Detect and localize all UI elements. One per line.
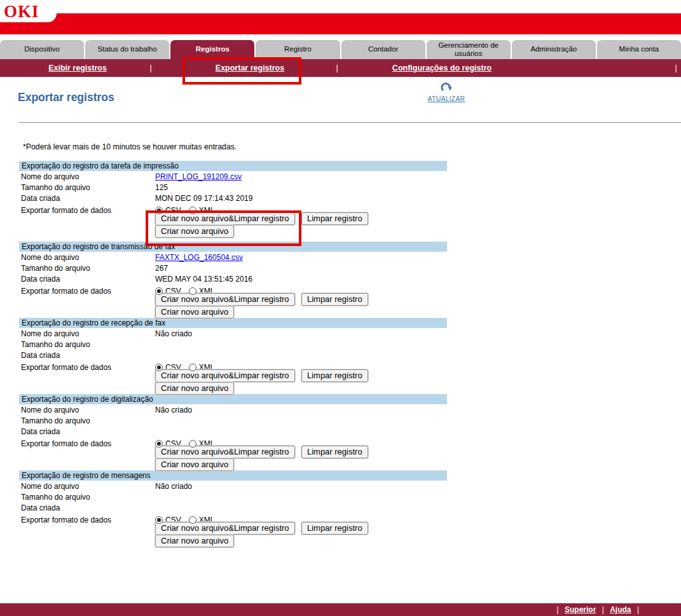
section-title: Exportação do registro de transmissão de… [19, 242, 447, 252]
create-file-button[interactable]: Criar novo arquivo [155, 382, 234, 395]
create-and-clear-button[interactable]: Criar novo arquivo&Limpar registro [155, 212, 295, 225]
main-tab-bar: Dispositivo Status do trabalho Registros… [0, 40, 681, 59]
file-size-value: 267 [153, 264, 168, 273]
create-and-clear-button[interactable]: Criar novo arquivo&Limpar registro [155, 522, 295, 535]
tab-registro[interactable]: Registro [256, 40, 340, 59]
section-message-log: Exportação de registro de mensagens Nome… [19, 470, 447, 542]
create-file-button[interactable]: Criar novo arquivo [155, 225, 234, 238]
date-created-label: Data criada [19, 194, 153, 203]
divider-rule [19, 122, 681, 123]
footer-link-ajuda[interactable]: Ajuda [610, 605, 631, 614]
section-title: Exportação do registro da tarefa de impr… [19, 161, 447, 171]
file-name-link[interactable]: PRINT_LOG_191209.csv [155, 172, 242, 181]
create-and-clear-button[interactable]: Criar novo arquivo&Limpar registro [155, 293, 295, 306]
section-fax-tx-log: Exportação do registro de transmissão de… [19, 242, 447, 313]
file-name-label: Nome do arquivo [19, 172, 153, 181]
file-name-value: Não criado [153, 482, 192, 491]
export-format-label: Exportar formato de dados [19, 439, 153, 448]
section-fax-rx-log: Exportação do registro de recepção de fa… [19, 318, 447, 390]
tab-status-do-trabalho[interactable]: Status do trabalho [85, 40, 169, 59]
tab-contador[interactable]: Contador [341, 40, 425, 59]
footer-separator: | [602, 605, 604, 614]
tab-gerenciamento-de-usuarios[interactable]: Gerenciamento de usuários [427, 40, 511, 59]
xml-radio[interactable] [189, 516, 196, 524]
csv-radio[interactable] [155, 440, 163, 448]
tab-dispositivo[interactable]: Dispositivo [0, 40, 84, 59]
file-name-label: Nome do arquivo [19, 329, 153, 338]
clear-log-button[interactable]: Limpar registro [301, 369, 368, 382]
export-format-label: Exportar formato de dados [19, 516, 153, 524]
file-name-label: Nome do arquivo [19, 253, 153, 262]
section-scan-log: Exportação do registro de digitalização … [19, 394, 447, 466]
csv-radio[interactable] [155, 364, 163, 371]
oki-logo: OKI [4, 2, 39, 22]
csv-radio[interactable] [155, 287, 163, 295]
create-file-button[interactable]: Criar novo arquivo [155, 535, 234, 547]
file-name-value: Não criado [153, 329, 192, 338]
csv-radio[interactable] [155, 516, 163, 524]
clear-log-button[interactable]: Limpar registro [301, 522, 368, 535]
date-created-label: Data criada [19, 351, 153, 360]
file-size-label: Tamanho do arquivo [19, 416, 153, 425]
subnav-item-exibir-registros[interactable]: Exibir registros [48, 59, 107, 77]
section-print-job-log: Exportação do registro da tarefa de impr… [19, 161, 447, 233]
subnav-item-exportar-registros[interactable]: Exportar registros [216, 59, 284, 77]
footer-bar: | Superior | Ajuda | [0, 603, 681, 616]
subnav-separator: | [675, 59, 677, 77]
note-text: *Poderá levar mais de 10 minutos se houv… [23, 142, 237, 151]
csv-radio[interactable] [155, 207, 163, 214]
xml-radio[interactable] [189, 440, 196, 448]
footer-separator: | [637, 605, 639, 614]
file-size-label: Tamanho do arquivo [19, 183, 153, 192]
refresh-control[interactable]: ATUALIZAR [427, 82, 466, 102]
file-name-label: Nome do arquivo [19, 482, 153, 491]
tab-minha-conta[interactable]: Minha conta [597, 40, 681, 59]
clear-log-button[interactable]: Limpar registro [301, 212, 368, 225]
date-created-label: Data criada [19, 275, 153, 284]
file-name-link[interactable]: FAXTX_LOG_160504.csv [155, 253, 243, 262]
file-size-value: 125 [153, 183, 168, 192]
refresh-icon [440, 82, 453, 95]
file-size-label: Tamanho do arquivo [19, 340, 153, 349]
xml-radio[interactable] [189, 287, 196, 295]
date-created-label: Data criada [19, 503, 153, 512]
create-file-button[interactable]: Criar novo arquivo [155, 306, 234, 318]
subnav-separator: | [336, 59, 338, 77]
subnav-bar: Exibir registros | Exportar registros | … [0, 59, 681, 77]
file-name-label: Nome do arquivo [19, 406, 153, 414]
page-title: Exportar registros [18, 91, 114, 104]
oki-printer-web-page: OKI Dispositivo Status do trabalho Regis… [0, 0, 681, 616]
date-created-label: Data criada [19, 427, 153, 436]
tab-administracao[interactable]: Administração [512, 40, 596, 59]
tab-registros[interactable]: Registros [170, 40, 254, 59]
section-title: Exportação do registro de recepção de fa… [19, 318, 447, 328]
create-and-clear-button[interactable]: Criar novo arquivo&Limpar registro [155, 446, 295, 458]
xml-radio[interactable] [189, 364, 196, 371]
clear-log-button[interactable]: Limpar registro [301, 446, 368, 458]
footer-separator: | [557, 605, 559, 614]
subnav-item-configuracoes-do-registro[interactable]: Configurações do registro [392, 59, 492, 77]
section-title: Exportação de registro de mensagens [19, 470, 447, 481]
create-file-button[interactable]: Criar novo arquivo [155, 458, 234, 471]
subnav-separator: | [149, 59, 151, 77]
date-created-value: MON DEC 09 17:14:43 2019 [153, 194, 252, 203]
export-format-label: Exportar formato de dados [19, 287, 153, 296]
brand-red-band [0, 13, 681, 34]
section-title: Exportação do registro de digitalização [19, 394, 447, 404]
xml-radio[interactable] [189, 207, 196, 214]
file-size-label: Tamanho do arquivo [19, 264, 153, 273]
export-format-label: Exportar formato de dados [19, 363, 153, 372]
file-size-label: Tamanho do arquivo [19, 493, 153, 502]
export-format-label: Exportar formato de dados [19, 206, 153, 215]
file-name-value: Não criado [153, 406, 192, 414]
footer-link-superior[interactable]: Superior [565, 605, 596, 614]
export-sections: Exportação do registro da tarefa de impr… [19, 161, 447, 547]
refresh-label[interactable]: ATUALIZAR [427, 95, 466, 102]
clear-log-button[interactable]: Limpar registro [301, 293, 368, 306]
create-and-clear-button[interactable]: Criar novo arquivo&Limpar registro [155, 369, 295, 382]
date-created-value: WED MAY 04 13:51:45 2016 [153, 275, 252, 284]
